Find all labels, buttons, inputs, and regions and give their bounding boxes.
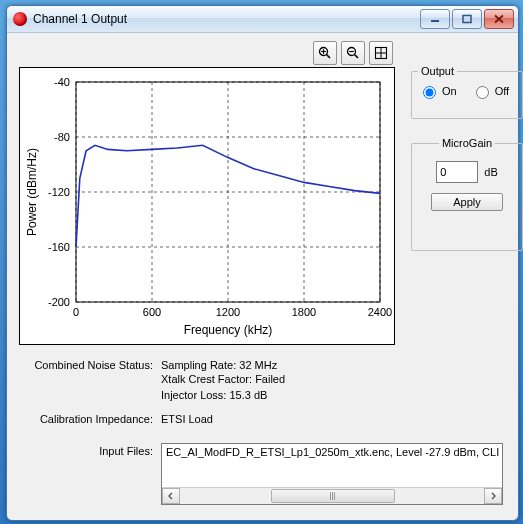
microgain-panel: MicroGain dB Apply <box>411 137 523 251</box>
svg-text:-200: -200 <box>48 296 70 308</box>
svg-text:2400: 2400 <box>368 306 392 318</box>
input-files-item: EC_AI_ModFD_R_ETSI_Lp1_0250m_xtk.enc, Le… <box>162 444 502 460</box>
psd-chart[interactable]: 0600120018002400-200-160-120-80-40Freque… <box>19 67 395 345</box>
svg-text:1800: 1800 <box>292 306 316 318</box>
svg-text:1200: 1200 <box>216 306 240 318</box>
svg-text:0: 0 <box>73 306 79 318</box>
zoom-out-button[interactable] <box>341 41 365 65</box>
svg-text:-120: -120 <box>48 186 70 198</box>
svg-text:600: 600 <box>143 306 161 318</box>
input-files-list[interactable]: EC_AI_ModFD_R_ETSI_Lp1_0250m_xtk.enc, Le… <box>161 443 503 505</box>
output-off-radio[interactable]: Off <box>471 83 509 99</box>
svg-rect-1 <box>463 16 471 23</box>
output-legend: Output <box>418 65 457 77</box>
record-icon <box>13 12 27 26</box>
maximize-button[interactable] <box>452 9 482 29</box>
svg-text:Frequency (kHz): Frequency (kHz) <box>184 323 273 337</box>
close-button[interactable] <box>484 9 514 29</box>
output-panel: Output On Off <box>411 65 523 119</box>
zoom-out-icon <box>346 46 360 60</box>
svg-text:-80: -80 <box>54 131 70 143</box>
combined-noise-label: Combined Noise Status: <box>23 359 161 371</box>
input-files-label: Input Files: <box>23 443 161 505</box>
microgain-legend: MicroGain <box>439 137 495 149</box>
scroll-track[interactable] <box>180 488 484 504</box>
sampling-rate-value: Sampling Rate: 32 MHz <box>161 359 503 371</box>
microgain-unit: dB <box>484 166 497 178</box>
zoom-fit-button[interactable] <box>369 41 393 65</box>
h-scrollbar[interactable] <box>162 487 502 504</box>
svg-line-5 <box>327 55 331 59</box>
chevron-left-icon <box>167 492 175 500</box>
window-title: Channel 1 Output <box>33 12 420 26</box>
microgain-input[interactable] <box>436 161 478 183</box>
svg-text:Power (dBm/Hz): Power (dBm/Hz) <box>25 148 39 236</box>
minimize-button[interactable] <box>420 9 450 29</box>
zoom-in-icon <box>318 46 332 60</box>
fit-icon <box>374 46 388 60</box>
zoom-in-button[interactable] <box>313 41 337 65</box>
calibration-value: ETSI Load <box>161 413 503 425</box>
scroll-left-button[interactable] <box>162 488 180 504</box>
svg-line-9 <box>355 55 359 59</box>
svg-text:-160: -160 <box>48 241 70 253</box>
calibration-label: Calibration Impedance: <box>23 413 161 425</box>
titlebar[interactable]: Channel 1 Output <box>7 6 518 33</box>
svg-text:-40: -40 <box>54 76 70 88</box>
output-on-radio[interactable]: On <box>418 83 457 99</box>
xtalk-value: Xtalk Crest Factor: Failed <box>161 373 503 385</box>
scroll-right-button[interactable] <box>484 488 502 504</box>
apply-button[interactable]: Apply <box>431 193 503 211</box>
chevron-right-icon <box>489 492 497 500</box>
scroll-thumb[interactable] <box>271 489 395 503</box>
injector-loss-value: Injector Loss: 15.3 dB <box>161 389 503 401</box>
channel-output-window: Channel 1 Output <box>6 5 519 521</box>
